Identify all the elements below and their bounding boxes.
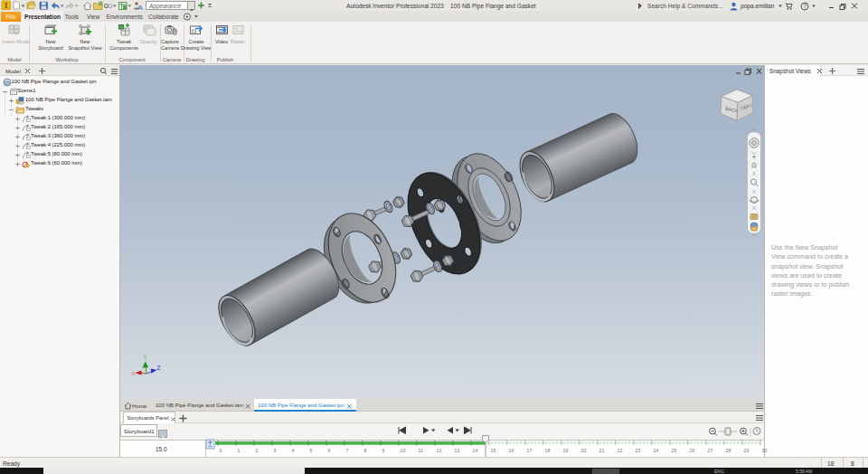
svg-text:I: I — [5, 1, 8, 10]
svg-text:Z: Z — [157, 365, 161, 371]
svg-text:?: ? — [803, 3, 807, 9]
svg-text:X: X — [132, 371, 136, 376]
